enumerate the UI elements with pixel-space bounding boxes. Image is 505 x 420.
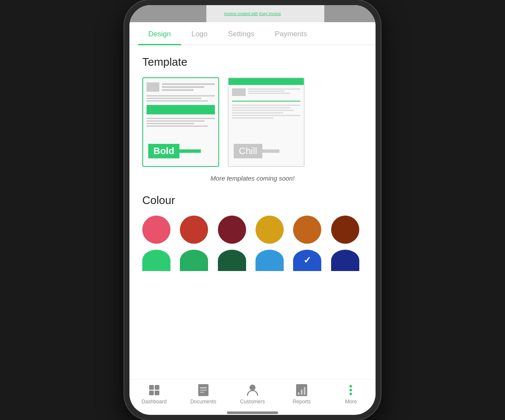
svg-rect-3 [155, 391, 159, 395]
template-row: Bold [142, 77, 363, 167]
nav-item-reports[interactable]: Reports [277, 383, 326, 405]
ct-small [232, 112, 283, 114]
template-section-title: Template [142, 55, 363, 69]
chill-label-line [262, 149, 279, 153]
invoice-credit-label: Invoice created with [224, 12, 258, 16]
nav-label-documents: Documents [190, 399, 216, 405]
bt-line [162, 89, 194, 91]
phone-screen: Invoice created with Easy Invoice Design… [129, 5, 376, 415]
bold-template-label: Bold [148, 144, 179, 158]
color-swatch-red[interactable] [180, 216, 208, 244]
bt-small-line [147, 118, 215, 119]
chill-template-label: Chill [234, 144, 262, 158]
phone-device: Invoice created with Easy Invoice Design… [124, 0, 381, 420]
svg-rect-0 [149, 385, 154, 390]
svg-point-14 [349, 389, 352, 391]
bt-small-line [147, 125, 208, 127]
preview-left-block [129, 5, 206, 22]
bottom-navigation: Dashboard Documents [129, 379, 376, 410]
color-swatch-pink-red[interactable] [142, 216, 170, 244]
ct-small [232, 117, 273, 119]
color-swatch-green[interactable] [180, 250, 208, 271]
color-swatch-orange-brown[interactable] [293, 216, 321, 244]
ct-small [232, 105, 300, 106]
tab-payments[interactable]: Payments [264, 22, 317, 44]
chill-label-container: Chill [234, 144, 279, 158]
color-swatch-blue[interactable] [255, 250, 284, 271]
color-swatch-royal-blue[interactable]: ✓ [293, 250, 321, 271]
svg-rect-5 [200, 387, 207, 388]
ct-header-row [232, 88, 300, 96]
tab-bar: Design Logo Settings Payments [129, 22, 376, 45]
svg-rect-1 [155, 385, 159, 390]
svg-rect-11 [301, 390, 302, 395]
main-content: Template [129, 45, 376, 379]
bold-label-line [179, 149, 201, 153]
documents-icon [197, 383, 210, 397]
ct-small [232, 107, 290, 108]
tab-settings[interactable]: Settings [218, 22, 264, 44]
svg-point-8 [250, 385, 255, 391]
svg-rect-12 [304, 387, 305, 395]
bt-small-line [147, 95, 215, 96]
home-indicator [227, 411, 278, 414]
reports-icon [295, 383, 308, 397]
bt-content [147, 95, 215, 102]
ct-small [232, 115, 300, 116]
bt-small-line [147, 98, 201, 99]
ct-line [248, 88, 300, 90]
color-swatch-dark-green[interactable] [218, 250, 246, 271]
nav-label-more: More [345, 399, 357, 405]
color-grid-row1: ✓ [142, 216, 363, 271]
nav-item-documents[interactable]: Documents [179, 383, 228, 405]
svg-rect-6 [200, 390, 207, 391]
color-swatch-navy[interactable] [331, 250, 359, 271]
ct-small [232, 110, 294, 111]
ct-divider [232, 101, 300, 102]
bt-green-bar [147, 105, 215, 114]
bt-content-2 [147, 118, 215, 127]
bt-header [147, 82, 215, 92]
ct-line [248, 90, 285, 92]
ct-lines [248, 88, 300, 96]
invoice-credit-text: Invoice created with Easy Invoice [224, 12, 281, 16]
preview-right-block [324, 5, 376, 22]
selected-checkmark: ✓ [303, 255, 311, 266]
bt-small-line [147, 123, 194, 124]
template-card-chill[interactable]: Chill [228, 77, 305, 167]
coming-soon-text: More templates coming soon! [142, 175, 363, 182]
color-swatch-brown[interactable] [331, 216, 359, 244]
nav-label-reports: Reports [293, 399, 311, 405]
ct-line [248, 93, 290, 94]
bt-small-line [147, 100, 208, 102]
svg-rect-2 [149, 391, 154, 395]
invoice-preview-bar: Invoice created with Easy Invoice [129, 5, 376, 22]
tab-logo[interactable]: Logo [181, 22, 218, 44]
bt-line [162, 83, 215, 85]
template-card-bold[interactable]: Bold [142, 77, 219, 167]
color-swatch-light-green[interactable] [142, 250, 170, 271]
svg-rect-10 [298, 392, 299, 395]
ct-top-bar [229, 78, 304, 85]
bt-logo [147, 82, 159, 92]
customers-icon [246, 383, 259, 397]
bt-line [162, 86, 204, 88]
invoice-link: Easy Invoice [259, 12, 281, 16]
dashboard-icon [147, 383, 161, 397]
color-swatch-yellow[interactable] [255, 216, 284, 244]
nav-label-customers: Customers [240, 399, 265, 405]
svg-rect-7 [200, 392, 204, 393]
nav-label-dashboard: Dashboard [141, 399, 167, 405]
nav-item-dashboard[interactable]: Dashboard [129, 383, 179, 405]
ct-content [232, 105, 300, 119]
bt-small-line [147, 120, 205, 122]
bold-label-container: Bold [148, 144, 201, 158]
bt-lines [162, 82, 215, 92]
color-swatch-dark-red[interactable] [218, 216, 246, 244]
svg-point-15 [349, 393, 352, 395]
colour-section-title: Colour [142, 194, 363, 207]
nav-item-customers[interactable]: Customers [228, 383, 277, 405]
nav-item-more[interactable]: More [326, 383, 376, 405]
more-icon [344, 383, 358, 397]
tab-design[interactable]: Design [138, 22, 181, 44]
